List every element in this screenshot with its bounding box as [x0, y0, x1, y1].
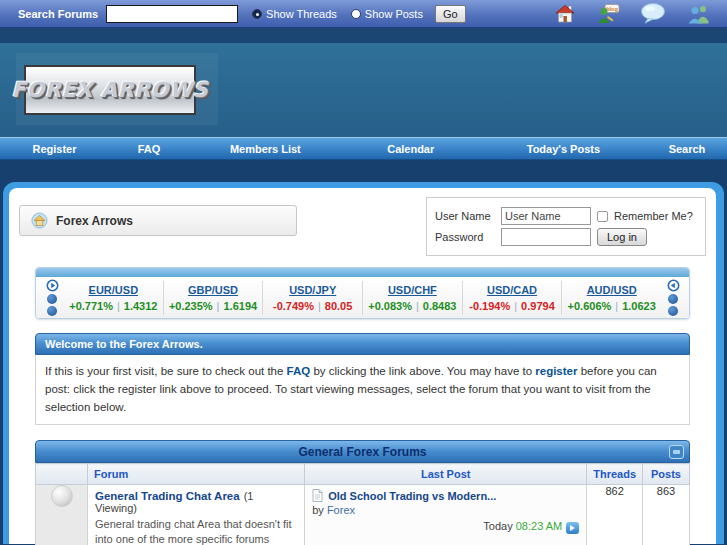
- post-icon: [312, 489, 323, 502]
- forums-table: Forum Last Post Threads Posts General Tr…: [35, 463, 690, 545]
- table-header-row: Forum Last Post Threads Posts: [36, 464, 690, 485]
- threads-column-header: Threads: [587, 464, 643, 485]
- search-forums-label: Search Forums: [18, 8, 98, 20]
- ticker-dot[interactable]: [668, 306, 678, 316]
- nav-calendar[interactable]: Calendar: [342, 143, 480, 155]
- show-posts-radio[interactable]: [351, 9, 361, 19]
- author-link[interactable]: Forex: [327, 504, 355, 516]
- breadcrumb-title: Forex Arrows: [56, 214, 133, 228]
- category-header: General Forex Forums: [35, 440, 690, 463]
- ticker-left-controls: [40, 279, 64, 316]
- username-field[interactable]: [501, 207, 591, 225]
- welcome-box: Welcome to the Forex Arrows. If this is …: [35, 333, 690, 425]
- content-area: Forex Arrows User Name Remember Me? Pass…: [9, 188, 716, 544]
- search-input[interactable]: [106, 5, 238, 23]
- currency-ticker: EUR/USD +0.771%|1.4312 GBP/USD +0.235%|1…: [35, 267, 690, 319]
- pair-link[interactable]: EUR/USD: [89, 284, 139, 296]
- ticker-dot[interactable]: [47, 306, 57, 316]
- nav-register[interactable]: Register: [0, 143, 109, 155]
- forum-description: General trading chat Area that doesn't f…: [95, 517, 297, 545]
- password-label: Password: [435, 231, 495, 243]
- ticker-pair-gbpusd: GBP/USD +0.235%|1.6194: [163, 281, 263, 315]
- show-threads-option[interactable]: Show Threads: [252, 8, 337, 20]
- remember-me-checkbox[interactable]: [597, 211, 608, 222]
- collapse-icon[interactable]: [669, 445, 684, 459]
- pair-values: +0.606%|1.0623: [562, 300, 661, 312]
- category-title: General Forex Forums: [298, 445, 426, 459]
- remember-me-label: Remember Me?: [614, 210, 693, 222]
- nav-faq[interactable]: FAQ: [109, 143, 189, 155]
- top-search-bar: Search Forums Show Threads Show Posts Go…: [0, 0, 727, 28]
- ticker-dot[interactable]: [47, 294, 57, 304]
- register-link[interactable]: register: [535, 365, 577, 377]
- show-posts-label: Show Posts: [365, 8, 423, 20]
- pair-link[interactable]: USD/JPY: [289, 284, 336, 296]
- ticker-right-controls: [661, 279, 685, 316]
- site-logo[interactable]: FOREX ARROWS: [24, 65, 196, 115]
- site-header: FOREX ARROWS: [0, 43, 727, 137]
- content-frame: Forex Arrows User Name Remember Me? Pass…: [3, 182, 724, 544]
- chat-icon[interactable]: [640, 3, 666, 24]
- forum-row-general-trading: General Trading Chat Area(1 Viewing) Gen…: [36, 485, 690, 545]
- last-post-column-header: Last Post: [305, 464, 587, 485]
- main-navigation: Register FAQ Members List Calendar Today…: [0, 137, 727, 160]
- ticker-pair-usdchf: USD/CHF +0.083%|0.8483: [362, 281, 462, 315]
- status-column-header: [36, 464, 88, 485]
- pair-values: -0.749%|80.05: [263, 300, 362, 312]
- ticker-top-strip: [36, 268, 689, 277]
- pair-values: +0.771%|1.4312: [64, 300, 163, 312]
- pair-values: -0.194%|0.9794: [463, 300, 562, 312]
- home-icon[interactable]: [554, 4, 576, 23]
- welcome-message: If this is your first visit, be sure to …: [35, 355, 690, 425]
- login-button[interactable]: Log in: [597, 228, 647, 246]
- show-posts-option[interactable]: Show Posts: [351, 8, 423, 20]
- ticker-play-right-icon[interactable]: [46, 279, 59, 292]
- blog-icon[interactable]: blog: [596, 4, 620, 24]
- go-button[interactable]: Go: [435, 5, 466, 23]
- login-panel: User Name Remember Me? Password Log in: [426, 197, 706, 256]
- ticker-pair-audusd: AUD/USD +0.606%|1.0623: [561, 281, 661, 315]
- show-threads-label: Show Threads: [266, 8, 337, 20]
- topbar-icon-links: blog: [554, 3, 717, 24]
- posts-count: 863: [643, 485, 690, 545]
- pair-link[interactable]: USD/CAD: [487, 284, 537, 296]
- header-top-band: [0, 28, 727, 43]
- ticker-dot[interactable]: [668, 294, 678, 304]
- last-post-time: Today 08:23 AM: [312, 520, 579, 533]
- welcome-title: Welcome to the Forex Arrows.: [35, 333, 690, 355]
- nav-todays-posts[interactable]: Today's Posts: [480, 143, 647, 155]
- ticker-play-left-icon[interactable]: [667, 279, 680, 292]
- show-threads-radio[interactable]: [252, 9, 262, 19]
- forum-link[interactable]: General Trading Chat Area: [95, 490, 240, 502]
- pair-values: +0.235%|1.6194: [164, 300, 263, 312]
- pair-link[interactable]: AUD/USD: [587, 284, 637, 296]
- breadcrumb-home-icon: [31, 212, 48, 229]
- threads-count: 862: [587, 485, 643, 545]
- nav-search[interactable]: Search: [647, 143, 727, 155]
- faq-link[interactable]: FAQ: [287, 365, 311, 377]
- password-field[interactable]: [501, 228, 591, 246]
- site-logo-text: FOREX ARROWS: [12, 78, 209, 102]
- blog-icon-text: blog: [606, 5, 618, 11]
- ticker-pair-usdcad: USD/CAD -0.194%|0.9794: [462, 281, 562, 315]
- community-icon[interactable]: [686, 4, 711, 24]
- username-label: User Name: [435, 210, 495, 222]
- ticker-pair-eurusd: EUR/USD +0.771%|1.4312: [64, 281, 163, 315]
- pair-values: +0.083%|0.8483: [363, 300, 462, 312]
- pair-link[interactable]: GBP/USD: [188, 284, 238, 296]
- pair-link[interactable]: USD/CHF: [388, 284, 437, 296]
- forum-status-icon: [51, 485, 73, 507]
- breadcrumb: Forex Arrows: [19, 205, 297, 236]
- main-wrap: Forex Arrows User Name Remember Me? Pass…: [0, 160, 727, 544]
- forum-column-header: Forum: [88, 464, 305, 485]
- goto-last-post-icon[interactable]: [566, 522, 579, 534]
- nav-members-list[interactable]: Members List: [189, 143, 342, 155]
- last-post-link[interactable]: Old School Trading vs Modern...: [328, 490, 496, 502]
- posts-column-header: Posts: [643, 464, 690, 485]
- ticker-pair-usdjpy: USD/JPY -0.749%|80.05: [262, 281, 362, 315]
- forum-category-section: General Forex Forums Forum Last Post Thr…: [35, 440, 690, 545]
